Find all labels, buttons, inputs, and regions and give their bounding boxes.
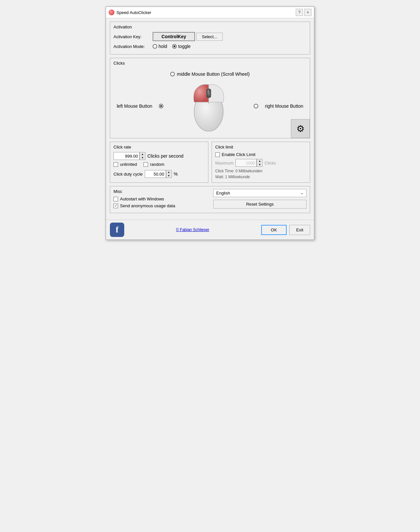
language-select-wrapper: English Deutsch Français Español: [213, 189, 307, 197]
click-rate-input[interactable]: [113, 152, 140, 160]
autostart-row: Autostart with Windows: [113, 196, 207, 201]
misc-right: English Deutsch Français Español Reset S…: [213, 189, 307, 210]
click-limit-panel: Click limit Enable Click Limit Maximum ▲…: [212, 142, 310, 183]
help-button[interactable]: ?: [296, 9, 303, 16]
clicks-label: Clicks: [264, 161, 276, 165]
activation-mode-row: Activation Mode: hold toggle: [113, 44, 307, 49]
max-label: Maximum: [215, 161, 233, 165]
ok-button[interactable]: OK: [261, 225, 287, 235]
misc-label: Misc: [113, 189, 207, 194]
duty-up[interactable]: ▲: [166, 170, 172, 174]
bottom-panels: Click rate ▲ ▼ Clicks per second unl: [110, 142, 310, 183]
click-time-label: Click Time: 0 Millisekunden Wait: 1 Mill…: [215, 168, 307, 180]
clicks-middle-row: left Mouse Button: [113, 80, 307, 132]
max-up[interactable]: ▲: [257, 159, 262, 163]
gear-button[interactable]: ⚙: [291, 119, 310, 138]
checkboxes-row: unlimited random: [113, 162, 205, 169]
content-area: Activation Activation Key: ControlKey Se…: [106, 18, 314, 220]
autostart-checkbox[interactable]: [113, 197, 118, 201]
facebook-icon[interactable]: f: [110, 223, 124, 237]
anonymous-label: Send anonymous usage data: [120, 203, 175, 208]
clicks-section-label: Clicks: [113, 61, 307, 66]
middle-button-row: middle Mouse Button (Scroll Wheel): [170, 71, 249, 77]
main-window: Speed AutoClicker ? × Activation Activat…: [106, 7, 314, 240]
toggle-radio-circle[interactable]: [172, 44, 177, 49]
activation-key-label: Activation Key:: [113, 34, 153, 39]
click-rate-spinner: ▲ ▼: [140, 152, 145, 160]
select-key-button[interactable]: Select...: [196, 33, 223, 41]
enable-limit-row: Enable Click Limit: [215, 152, 307, 157]
misc-left: Misc Autostart with Windows Send anonymo…: [113, 189, 207, 210]
per-second-label: Clicks per second: [147, 153, 184, 159]
wait-text: Wait: 1 Millisekunde: [215, 174, 307, 180]
right-button-label: right Mouse Button: [265, 103, 303, 109]
max-down[interactable]: ▼: [257, 163, 262, 166]
middle-radio-circle[interactable]: [170, 72, 175, 76]
right-button-row: right Mouse Button: [254, 103, 303, 109]
max-spinner: ▲ ▼: [257, 159, 262, 167]
click-rate-down[interactable]: ▼: [140, 156, 145, 160]
duty-down[interactable]: ▼: [166, 174, 172, 178]
duty-spinner-group: ▲ ▼: [145, 170, 172, 178]
anonymous-checkbox[interactable]: [113, 204, 118, 208]
enable-limit-label: Enable Click Limit: [222, 152, 255, 157]
click-rate-label: Click rate: [113, 145, 205, 149]
language-select[interactable]: English Deutsch Français Español: [213, 189, 307, 197]
duty-spinner: ▲ ▼: [166, 170, 172, 178]
activation-key-button[interactable]: ControlKey: [153, 32, 195, 41]
duty-unit: %: [174, 171, 178, 177]
left-button-label: left Mouse Button: [117, 103, 152, 109]
unlimited-row: unlimited: [113, 162, 137, 167]
click-rate-input-row: ▲ ▼ Clicks per second: [113, 152, 205, 160]
gear-icon: ⚙: [296, 123, 305, 134]
duty-label: Click duty cycle: [113, 172, 143, 177]
middle-button-label: middle Mouse Button (Scroll Wheel): [177, 71, 249, 77]
max-spinner-group: ▲ ▼: [235, 159, 262, 167]
toggle-radio-label: toggle: [178, 44, 190, 49]
exit-button[interactable]: Exit: [289, 225, 310, 235]
hold-radio-label: hold: [158, 44, 167, 49]
activation-mode-group: hold toggle: [153, 44, 191, 49]
toggle-radio-item[interactable]: toggle: [172, 44, 190, 49]
click-rate-spinner-group: ▲ ▼: [113, 152, 145, 160]
right-radio-circle[interactable]: [254, 104, 258, 108]
autostart-label: Autostart with Windows: [120, 196, 164, 201]
enable-limit-checkbox[interactable]: [215, 152, 220, 157]
hold-radio-circle[interactable]: [153, 44, 157, 49]
activation-mode-label: Activation Mode:: [113, 44, 153, 49]
misc-section: Misc Autostart with Windows Send anonymo…: [110, 186, 310, 213]
left-button-row: left Mouse Button: [117, 103, 163, 109]
activation-section-label: Activation: [113, 24, 307, 29]
mouse-illustration: [189, 80, 228, 132]
reset-settings-button[interactable]: Reset Settings: [213, 200, 307, 209]
click-time-text: Click Time: 0 Millisekunden: [215, 168, 307, 174]
mouse-area: middle Mouse Button (Scroll Wheel) left …: [113, 68, 307, 135]
click-rate-up[interactable]: ▲: [140, 152, 145, 156]
window-title: Speed AutoClicker: [116, 10, 296, 15]
clicks-section: Clicks middle Mouse Button (Scroll Wheel…: [110, 58, 310, 138]
svg-rect-3: [207, 89, 209, 93]
left-radio-circle[interactable]: [159, 104, 163, 108]
title-bar-controls: ? ×: [296, 9, 311, 16]
random-checkbox[interactable]: [143, 162, 148, 167]
activation-section: Activation Activation Key: ControlKey Se…: [110, 22, 310, 55]
footer-buttons: OK Exit: [261, 225, 310, 235]
click-limit-label: Click limit: [215, 145, 307, 149]
max-row: Maximum ▲ ▼ Clicks: [215, 159, 307, 167]
duty-input[interactable]: [145, 170, 166, 178]
credit-link[interactable]: © Fabian Schlieper: [128, 227, 258, 232]
random-label: random: [150, 162, 164, 167]
facebook-letter: f: [116, 225, 119, 235]
footer: f © Fabian Schlieper OK Exit: [106, 220, 314, 240]
duty-row: Click duty cycle ▲ ▼ %: [113, 170, 205, 178]
title-bar: Speed AutoClicker ? ×: [106, 7, 314, 18]
activation-key-row: Activation Key: ControlKey Select...: [113, 32, 307, 41]
close-button[interactable]: ×: [304, 9, 311, 16]
hold-radio-item[interactable]: hold: [153, 44, 167, 49]
anonymous-row: Send anonymous usage data: [113, 203, 207, 208]
random-row: random: [143, 162, 164, 167]
app-icon: [109, 9, 114, 15]
unlimited-checkbox[interactable]: [113, 162, 118, 167]
click-rate-panel: Click rate ▲ ▼ Clicks per second unl: [110, 142, 208, 183]
max-input[interactable]: [235, 159, 257, 167]
